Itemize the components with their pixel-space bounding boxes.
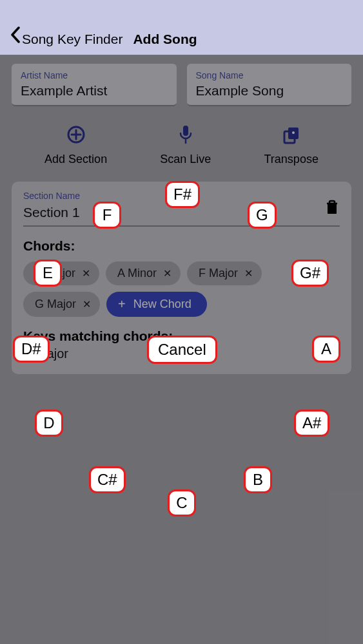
note-g-sharp[interactable]: G# (291, 260, 329, 287)
artist-value: Example Artist (21, 83, 168, 102)
new-chord-button[interactable]: + New Chord (106, 292, 207, 317)
trash-icon[interactable] (326, 200, 338, 219)
svg-rect-1 (183, 126, 188, 136)
main: Artist Name Example Artist Song Name Exa… (0, 55, 363, 383)
header: Song Key Finder Add Song (0, 0, 363, 55)
note-e[interactable]: E (34, 260, 62, 287)
transpose-button[interactable]: Transpose (264, 124, 319, 166)
add-section-button[interactable]: Add Section (44, 124, 107, 166)
page-title: Add Song (133, 32, 197, 47)
note-d[interactable]: D (35, 410, 63, 437)
plus-circle-icon (66, 124, 86, 145)
new-chord-label: New Chord (133, 298, 191, 311)
chord-label: G Major (35, 298, 76, 311)
microphone-icon (175, 124, 196, 145)
note-g[interactable]: G (248, 202, 277, 229)
remove-icon[interactable]: ✕ (163, 267, 172, 279)
chord-chip[interactable]: F Major ✕ (187, 261, 262, 285)
remove-icon[interactable]: ✕ (244, 267, 253, 279)
transpose-label: Transpose (264, 153, 319, 166)
note-f-sharp[interactable]: F# (165, 181, 200, 208)
chord-chip[interactable]: G Major ✕ (23, 292, 100, 317)
svg-rect-5 (328, 204, 337, 214)
chord-label: A Minor (117, 267, 157, 280)
remove-icon[interactable]: ✕ (82, 267, 90, 279)
artist-input[interactable]: Artist Name Example Artist (12, 64, 177, 106)
artist-label: Artist Name (21, 70, 168, 80)
note-b[interactable]: B (244, 466, 272, 493)
note-a-sharp[interactable]: A# (294, 410, 329, 437)
note-a[interactable]: A (312, 336, 340, 363)
note-d-sharp[interactable]: D# (13, 336, 50, 363)
cancel-button[interactable]: Cancel (147, 336, 217, 364)
chord-label: F Major (199, 267, 238, 280)
note-c-sharp[interactable]: C# (89, 466, 126, 493)
note-f[interactable]: F (93, 202, 121, 229)
svg-point-4 (292, 131, 295, 134)
song-value: Example Song (196, 83, 343, 102)
scan-live-label: Scan Live (160, 153, 211, 166)
add-section-label: Add Section (44, 153, 107, 166)
chord-chip[interactable]: A Minor ✕ (106, 261, 181, 285)
transpose-icon (281, 124, 302, 145)
back-icon[interactable] (10, 26, 21, 46)
song-label: Song Name (196, 70, 343, 80)
scan-live-button[interactable]: Scan Live (160, 124, 211, 166)
section-name-input[interactable]: Section 1 (23, 205, 340, 227)
note-c[interactable]: C (168, 489, 196, 516)
back-label[interactable]: Song Key Finder (22, 32, 123, 47)
chords-heading: Chords: (23, 238, 340, 254)
song-input[interactable]: Song Name Example Song (187, 64, 352, 106)
plus-icon: + (118, 297, 126, 312)
remove-icon[interactable]: ✕ (83, 298, 91, 310)
